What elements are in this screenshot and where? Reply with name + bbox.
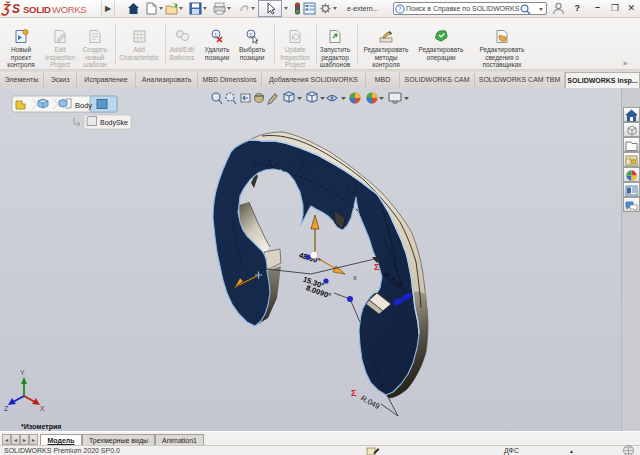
svg-text:?: ? — [398, 5, 402, 12]
svg-text:Ǯ: Ǯ — [0, 1, 12, 16]
svg-text:S: S — [12, 2, 20, 16]
svg-text:SOLID: SOLID — [23, 4, 51, 15]
svg-text:WORKS: WORKS — [52, 4, 86, 15]
